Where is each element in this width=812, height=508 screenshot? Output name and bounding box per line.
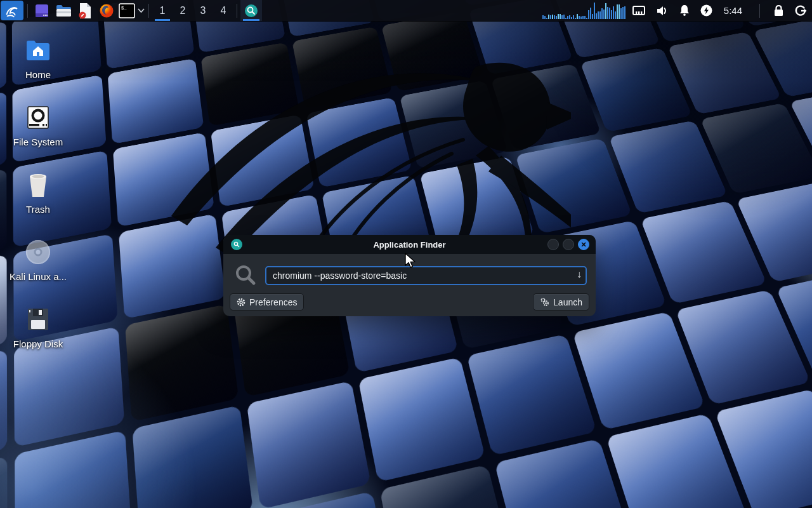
close-button[interactable]: ✕ <box>578 239 589 250</box>
search-icon <box>233 263 258 287</box>
workspace-3[interactable]: 3 <box>193 0 213 21</box>
desktop-icon-label: File System <box>13 137 63 147</box>
cpu-graph-bar <box>620 8 622 19</box>
trash-bin-icon <box>26 170 50 199</box>
logout-icon[interactable] <box>794 4 807 17</box>
notifications-bell-icon[interactable] <box>679 4 690 17</box>
cpu-graph-bar <box>607 7 608 19</box>
workspace-label: 1 <box>160 5 166 17</box>
run-gears-icon <box>540 297 549 307</box>
desktop-icon-trash[interactable]: Trash <box>5 170 71 215</box>
desktop-icon-label: Home <box>25 69 51 80</box>
cpu-graph-bar <box>615 11 616 19</box>
taskbar-application-finder[interactable] <box>240 0 262 21</box>
preferences-label: Preferences <box>249 297 297 307</box>
panel-clock[interactable]: 5:44 <box>724 5 742 16</box>
home-folder-icon <box>25 36 51 65</box>
launcher-terminal[interactable]: $_ <box>117 0 136 21</box>
cpu-usage-graph[interactable] <box>542 2 625 19</box>
preferences-button[interactable]: Preferences <box>230 293 304 311</box>
document-edit-icon <box>77 3 93 19</box>
cpu-graph-bar <box>594 3 595 19</box>
cpu-graph-bar <box>605 3 606 19</box>
cpu-graph-bar <box>560 14 561 19</box>
terminal-dropdown-chevron-icon[interactable] <box>136 0 145 21</box>
cpu-graph-bar <box>619 4 620 19</box>
finder-titlebar[interactable]: Application Finder ✕ <box>223 235 596 254</box>
desktop-app-icon <box>34 3 49 18</box>
app-finder-icon <box>244 4 258 18</box>
panel-separator <box>237 4 237 18</box>
cpu-graph-bar <box>556 16 557 19</box>
cpu-graph-bar <box>558 14 559 19</box>
network-icon[interactable] <box>632 5 646 17</box>
cpu-graph-bar <box>609 8 610 19</box>
launcher-file-manager[interactable] <box>53 0 74 21</box>
command-input[interactable] <box>265 266 587 285</box>
cpu-graph-bar <box>552 15 553 19</box>
cpu-graph-bar <box>603 10 605 19</box>
desktop-icon-file-system[interactable]: File System <box>5 103 71 147</box>
launch-button[interactable]: Launch <box>533 293 589 311</box>
cpu-graph-bar <box>611 10 612 19</box>
desktop-icon-label: Kali Linux a... <box>10 271 67 282</box>
cpu-graph-bar <box>563 15 565 19</box>
cpu-graph-bar <box>544 16 546 19</box>
cpu-graph-bar <box>561 15 563 19</box>
cpu-graph-bar <box>571 17 572 19</box>
cpu-graph-bar <box>584 16 586 19</box>
wallpaper-cube <box>358 357 486 482</box>
kali-menu-button[interactable] <box>1 1 23 20</box>
cpu-graph-bar <box>582 16 584 19</box>
cpu-graph-bar <box>588 10 589 19</box>
lock-screen-icon[interactable] <box>773 4 784 17</box>
floppy-disk-icon <box>25 305 51 334</box>
close-icon: ✕ <box>580 241 586 249</box>
panel-separator <box>27 4 28 18</box>
kali-logo-icon <box>4 3 20 19</box>
cpu-graph-bar <box>569 15 570 19</box>
system-tray: 5:44 <box>632 4 807 18</box>
workspace-label: 3 <box>200 5 206 17</box>
cpu-graph-bar <box>617 4 618 19</box>
cpu-graph-bar <box>590 8 591 19</box>
history-dropdown-arrow-icon[interactable]: ↓ <box>577 269 582 280</box>
cpu-graph-bar <box>592 14 593 19</box>
top-panel: $_ 1 2 3 4 <box>0 0 812 22</box>
cpu-graph-bar <box>546 18 547 19</box>
workspace-4[interactable]: 4 <box>213 0 233 21</box>
cpu-graph-bar <box>565 18 566 19</box>
workspace-2[interactable]: 2 <box>173 0 193 21</box>
volume-icon[interactable] <box>656 5 669 17</box>
launcher-desktop-app[interactable] <box>31 0 53 21</box>
panel-separator <box>148 4 149 18</box>
launcher-firefox[interactable] <box>96 0 117 21</box>
command-input-wrap: ↓ <box>265 266 587 285</box>
cpu-graph-bar <box>579 16 580 19</box>
terminal-icon: $_ <box>119 3 135 18</box>
cpu-graph-bar <box>622 7 624 19</box>
wallpaper-cube <box>247 381 371 508</box>
desktop-icon-kali-linux[interactable]: Kali Linux a... <box>5 237 71 282</box>
cpu-graph-bar <box>601 8 603 19</box>
cpu-graph-bar <box>586 18 587 19</box>
cpu-graph-bar <box>567 16 568 19</box>
cpu-graph-bar <box>550 15 551 19</box>
desktop-icon-floppy-disk[interactable]: Floppy Disk <box>5 305 71 349</box>
minimize-button[interactable] <box>547 239 559 250</box>
desktop-icon-home[interactable]: Home <box>5 36 71 80</box>
desktop-icon-label: Trash <box>26 204 50 215</box>
workspace-1[interactable]: 1 <box>152 0 173 21</box>
power-manager-icon[interactable] <box>700 4 712 17</box>
cd-disc-icon <box>25 237 51 267</box>
desktop-icon-label: Floppy Disk <box>13 338 63 349</box>
maximize-button[interactable] <box>563 239 574 250</box>
cpu-graph-bar <box>613 6 614 19</box>
cpu-graph-bar <box>573 15 574 19</box>
folder-icon <box>56 4 72 18</box>
hard-drive-icon <box>25 103 51 132</box>
cpu-graph-bar <box>554 15 555 19</box>
window-title: Application Finder <box>223 240 596 250</box>
cpu-graph-bar <box>575 18 576 19</box>
launcher-text-editor[interactable] <box>74 0 96 21</box>
